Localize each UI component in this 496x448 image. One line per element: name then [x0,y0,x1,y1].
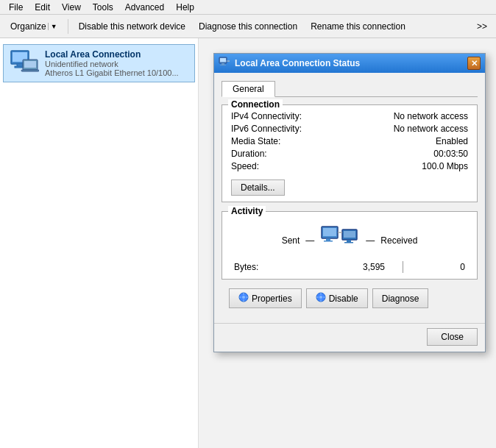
svg-rect-9 [222,63,224,65]
bytes-row: Bytes: 3,595 0 [231,261,468,273]
network-item[interactable]: Local Area Connection Unidentified netwo… [3,44,195,82]
main-content: Local Area Connection Unidentified netwo… [0,38,496,448]
svg-rect-5 [24,61,36,68]
svg-point-23 [242,296,245,299]
svg-rect-6 [21,70,39,71]
received-label: Received [380,235,417,246]
diagnose-label: Diagnose this connection [199,21,297,32]
dialog-title-text: Local Area Connection Status [235,58,360,68]
sent-dash: — [305,235,314,246]
svg-rect-10 [220,65,226,65]
ipv4-val: No network access [394,111,468,121]
organize-button[interactable]: Organize ▼ [4,17,63,36]
speed-key: Speed: [231,161,259,171]
bytes-received-value: 0 [421,262,465,272]
bytes-sent-value: 3,595 [341,262,385,272]
activity-network-icon [320,224,360,257]
menu-file[interactable]: File [3,1,29,13]
tab-bar: General [222,80,478,97]
disable-network-button[interactable]: Disable this network device [73,17,191,36]
network-device-icon [10,49,39,74]
connection-subtitle: Unidentified network [45,60,188,68]
disable-label: Disable this network device [79,21,185,32]
dialog-close-x-button[interactable]: ✕ [467,57,481,70]
svg-rect-19 [347,240,351,242]
menubar: File Edit View Tools Advanced Help [0,0,496,15]
media-row: Media State: Enabled [231,136,468,146]
right-panel: Local Area Connection Status ✕ General C… [199,38,496,448]
svg-rect-11 [227,60,230,62]
svg-rect-15 [326,238,330,241]
diagnose-connection-button[interactable]: Diagnose this connection [193,17,303,36]
svg-rect-14 [323,228,336,236]
organize-label: Organize [10,21,46,32]
left-panel: Local Area Connection Unidentified netwo… [0,38,199,448]
svg-rect-8 [220,58,226,62]
activity-section: Activity Sent — [222,211,478,280]
rename-label: Rename this connection [311,21,405,32]
connection-name: Local Area Connection [45,49,188,60]
speed-row: Speed: 100.0 Mbps [231,161,468,171]
duration-val: 00:03:50 [433,149,468,159]
tab-general[interactable]: General [222,81,275,97]
media-val: Enabled [436,136,468,146]
duration-key: Duration: [231,149,267,159]
connection-section: Connection IPv4 Connectivity: No network… [222,104,478,202]
dialog-network-icon [219,57,230,71]
bytes-divider [403,261,403,273]
menu-edit[interactable]: Edit [29,1,56,13]
duration-row: Duration: 00:03:50 [231,149,468,159]
svg-rect-18 [344,231,355,238]
media-key: Media State: [231,136,280,146]
activity-icons-row: Sent — [231,224,468,257]
disable-button[interactable]: Disable [306,288,368,308]
dialog-body: General Connection IPv4 Connectivity: No… [214,73,485,323]
activity-section-label: Activity [228,206,266,216]
sent-label: Sent [282,235,300,246]
adapter-name: Atheros L1 Gigabit Ethernet 10/100... [45,68,188,77]
properties-button[interactable]: Properties [229,288,302,308]
ipv6-key: IPv6 Connectivity: [231,124,302,134]
dialog-close-row: Close [214,323,485,352]
network-info: Local Area Connection Unidentified netwo… [45,49,188,77]
toolbar-overflow-button[interactable]: >> [472,19,492,34]
properties-label: Properties [252,294,292,304]
disable-label: Disable [329,294,358,304]
dialog-title-left: Local Area Connection Status [219,57,360,71]
bytes-key: Bytes: [231,262,258,272]
properties-icon [238,292,249,305]
ipv4-row: IPv4 Connectivity: No network access [231,111,468,121]
svg-rect-16 [324,241,333,242]
disable-icon [316,292,326,305]
ipv4-key: IPv4 Connectivity: [231,111,302,121]
diagnose-label: Diagnose [382,294,419,304]
dialog-titlebar: Local Area Connection Status ✕ [214,54,485,73]
close-button[interactable]: Close [427,328,478,346]
details-button[interactable]: Details... [231,179,285,196]
status-dialog: Local Area Connection Status ✕ General C… [213,53,486,352]
svg-rect-20 [344,242,353,243]
dialog-footer-buttons: Properties Disable Diagno [222,288,478,316]
received-dash: — [366,235,375,246]
ipv6-row: IPv6 Connectivity: No network access [231,124,468,134]
bytes-values: 3,595 0 [341,261,468,273]
menu-advanced[interactable]: Advanced [119,1,170,13]
svg-point-25 [319,296,322,299]
ipv6-val: No network access [394,124,468,134]
speed-val: 100.0 Mbps [422,161,468,171]
menu-view[interactable]: View [56,1,87,13]
menu-help[interactable]: Help [170,1,200,13]
connection-section-label: Connection [228,99,283,110]
rename-connection-button[interactable]: Rename this connection [305,17,411,36]
diagnose-button[interactable]: Diagnose [372,288,429,308]
toolbar: Organize ▼ Disable this network device D… [0,15,496,38]
organize-arrow-icon: ▼ [48,23,57,30]
toolbar-separator-1 [68,19,68,34]
menu-tools[interactable]: Tools [87,1,119,13]
